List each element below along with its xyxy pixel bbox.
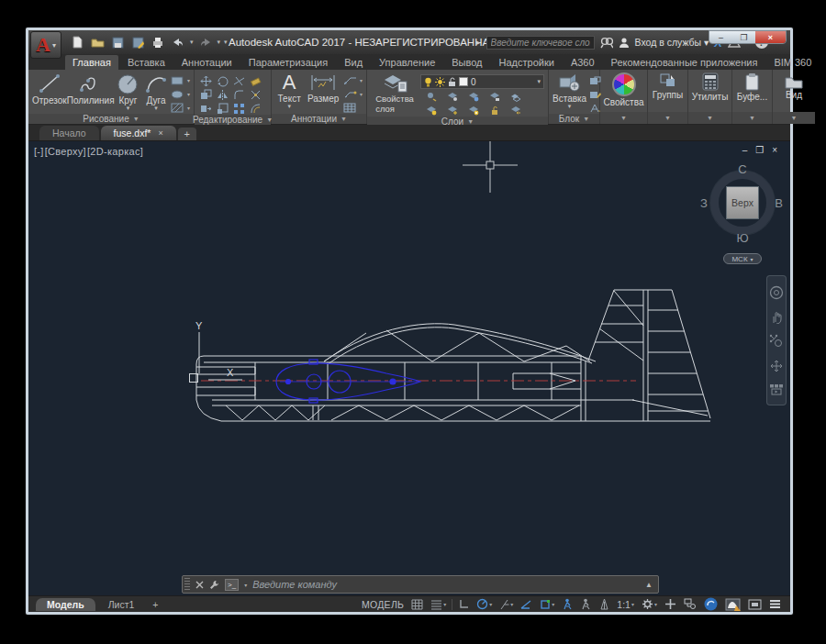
annotation-scale-icon[interactable] <box>597 597 611 611</box>
showmotion-icon[interactable] <box>769 383 784 395</box>
dimension-tool[interactable]: Размер <box>305 72 341 104</box>
object-snap-tracking-toggle[interactable] <box>519 597 534 611</box>
arc-tool[interactable]: Дуга ▾ <box>143 72 169 110</box>
orbit-icon[interactable] <box>769 359 784 373</box>
tab-parametric[interactable]: Параметризация <box>241 55 335 70</box>
erase-tool[interactable] <box>248 74 263 87</box>
panel-label-annotation[interactable]: Аннотации▼ <box>272 114 366 124</box>
tab-home[interactable]: Главная <box>65 55 118 70</box>
viewport-close-icon[interactable]: × <box>772 145 777 155</box>
layer-dropdown[interactable]: 0 ▾ <box>420 74 544 89</box>
tab-featured-apps[interactable]: Рекомендованные приложения <box>604 55 765 70</box>
viewport-restore-icon[interactable]: ❐ <box>755 145 764 155</box>
file-tab-close-icon[interactable]: × <box>158 128 162 138</box>
compass-west[interactable]: З <box>700 196 708 210</box>
close-button[interactable]: × <box>755 31 786 43</box>
tab-view[interactable]: Вид <box>337 55 370 70</box>
viewport-minimize-icon[interactable]: – <box>742 145 748 155</box>
circle-tool[interactable]: Круг ▾ <box>115 72 142 110</box>
tab-output[interactable]: Вывод <box>444 55 489 70</box>
user-icon[interactable] <box>619 35 630 50</box>
search-toggle-icon[interactable]: ▸ <box>476 38 481 47</box>
ortho-toggle[interactable] <box>456 597 471 611</box>
file-tab-start[interactable]: Начало <box>39 126 99 140</box>
annotation-visibility-toggle[interactable] <box>560 597 575 611</box>
customize-wrench-icon[interactable] <box>209 580 219 590</box>
layer-freeze-tool[interactable] <box>466 91 480 103</box>
command-history-up-icon[interactable]: ▲ <box>645 581 653 589</box>
panel-label-draw[interactable]: Рисование▼ <box>28 114 194 124</box>
undo-button[interactable] <box>170 35 186 50</box>
tab-annotate[interactable]: Аннотации <box>174 55 240 70</box>
search-input[interactable] <box>486 36 595 50</box>
layer-unlock-tool[interactable] <box>487 105 501 117</box>
offset-tool[interactable] <box>248 102 263 115</box>
clean-screen-toggle[interactable] <box>746 597 764 611</box>
undo-dropdown[interactable]: ▾ <box>190 39 194 46</box>
text-tool[interactable]: A Текст ▾ <box>275 72 303 108</box>
compass-south[interactable]: Ю <box>736 231 748 245</box>
recent-commands-dropdown[interactable]: ▾ <box>244 582 247 588</box>
view-control[interactable]: [Сверху] <box>45 146 86 157</box>
viewcube[interactable]: Верх С Ю З В <box>704 164 781 241</box>
snap-toggle[interactable]: ▾ <box>429 597 448 611</box>
sign-in-button[interactable]: Вход в службы ▾ <box>635 37 709 48</box>
visual-style-control[interactable]: [2D-каркас] <box>87 146 143 157</box>
maximize-button[interactable]: ❐ <box>732 31 755 43</box>
leader-tool[interactable]: ▾ <box>343 74 363 86</box>
viewport-menu-control[interactable]: [-] <box>34 146 44 157</box>
layer-properties-button[interactable]: Свойстваслоя <box>371 72 419 114</box>
line-tool[interactable]: Отрезок <box>32 72 67 105</box>
zoom-extents-icon[interactable] <box>769 334 784 349</box>
groups-button[interactable]: Группы <box>652 72 684 100</box>
panel-label-utilities[interactable]: ▼ <box>688 112 731 124</box>
annotation-scale-value[interactable]: 1:1▾ <box>615 597 636 611</box>
trim-tool[interactable] <box>231 74 247 87</box>
compass-east[interactable]: В <box>775 196 783 210</box>
graphics-performance-toggle[interactable]: ! <box>723 597 742 611</box>
workspace-switching-gear[interactable]: ▾ <box>640 597 659 611</box>
command-input[interactable] <box>252 579 640 590</box>
isolate-objects-toggle[interactable] <box>702 597 720 611</box>
tab-insert[interactable]: Вставка <box>120 55 173 70</box>
layer-on-all-tool[interactable] <box>424 105 438 117</box>
plot-button[interactable] <box>150 35 166 50</box>
tab-performance[interactable]: Performance <box>820 55 826 70</box>
application-menu-button[interactable]: A ▾ <box>30 31 61 59</box>
object-snap-toggle[interactable]: ▾ <box>538 597 556 611</box>
viewcube-top-face[interactable]: Верх <box>726 186 759 219</box>
open-file-button[interactable] <box>89 35 106 50</box>
layer-thaw-all-tool[interactable] <box>445 105 459 117</box>
polyline-tool[interactable]: Полилиния <box>69 72 113 105</box>
insert-block-tool[interactable]: Вставка ▾ <box>553 72 586 108</box>
save-as-button[interactable] <box>129 35 146 50</box>
isodraft-toggle[interactable]: ▾ <box>497 597 515 611</box>
utilities-button[interactable]: Утилиты <box>692 72 729 102</box>
redo-button[interactable] <box>197 35 214 50</box>
copy-tool[interactable] <box>198 88 214 101</box>
properties-button[interactable]: Свойства <box>604 72 644 107</box>
command-line[interactable]: >_ ▾ ▲ <box>182 575 659 594</box>
layer-lock-tool[interactable] <box>487 91 501 103</box>
autoscale-toggle[interactable] <box>578 597 593 611</box>
model-tab[interactable]: Модель <box>36 598 95 611</box>
compass-north[interactable]: С <box>738 162 746 176</box>
array-tool[interactable] <box>231 102 247 115</box>
search-icon[interactable] <box>600 35 613 50</box>
layer-match-tool[interactable] <box>508 91 522 103</box>
layer-isolate-tool[interactable] <box>445 91 459 103</box>
fillet-tool[interactable] <box>231 88 247 101</box>
new-file-button[interactable] <box>69 35 85 50</box>
view-button[interactable]: Вид <box>776 72 811 100</box>
command-close-icon[interactable] <box>195 581 204 589</box>
ellipse-tool[interactable]: ▾ <box>171 88 190 100</box>
file-tab-document[interactable]: fuse.dxf* × <box>101 126 176 140</box>
new-layout-button[interactable]: + <box>147 599 163 610</box>
tab-a360[interactable]: А360 <box>564 55 602 70</box>
stretch-tool[interactable] <box>198 102 214 115</box>
panel-label-view[interactable]: ▼ <box>773 112 815 124</box>
grid-toggle[interactable] <box>409 597 425 611</box>
redo-dropdown[interactable]: ▾ <box>218 39 221 46</box>
rectangle-tool[interactable]: ▾ <box>171 74 190 86</box>
tab-bim360[interactable]: BIM 360 <box>766 55 819 70</box>
